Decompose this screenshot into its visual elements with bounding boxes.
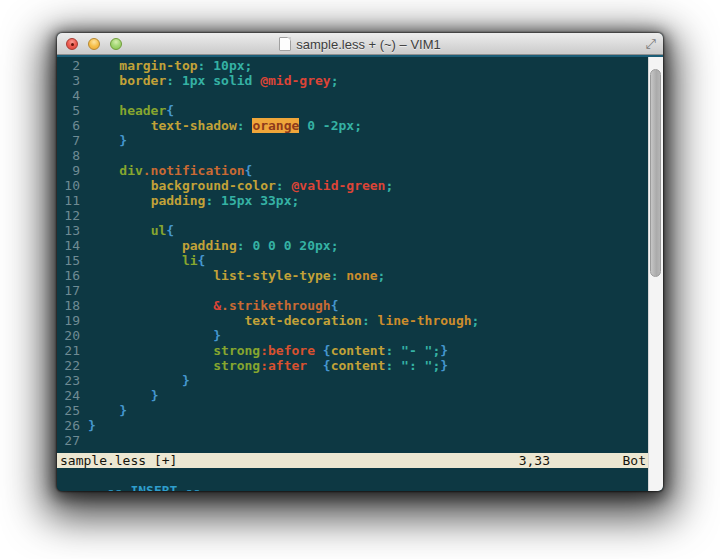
code-line[interactable]: 25 } [57, 403, 648, 418]
code-token [88, 73, 119, 88]
code-token [299, 118, 307, 133]
code-token: } [119, 133, 127, 148]
code-token: : [237, 118, 253, 133]
code-token: } [213, 328, 221, 343]
line-number: 15 [57, 253, 80, 268]
code-token [88, 388, 151, 403]
line-number: 14 [57, 238, 80, 253]
code-line[interactable]: 19 text-decoration: line-through; [57, 313, 648, 328]
code-line[interactable]: 13 ul{ [57, 223, 648, 238]
code-token: @mid-grey [260, 73, 330, 88]
code-line[interactable]: 2 margin-top: 10px; [57, 58, 648, 73]
code-line[interactable]: 20 } [57, 328, 648, 343]
status-bar: sample.less [+] 3,33 Bot [57, 453, 663, 468]
line-number: 25 [57, 403, 80, 418]
code-area[interactable]: 2 margin-top: 10px;3 border: 1px solid @… [57, 58, 648, 450]
code-token: strong [213, 358, 260, 373]
code-line[interactable]: 8 [57, 148, 648, 163]
line-number: 22 [57, 358, 80, 373]
code-token: .strikethrough [221, 298, 331, 313]
code-line[interactable]: 14 padding: 0 0 0 20px; [57, 238, 648, 253]
code-token: ": " [401, 358, 432, 373]
line-number: 24 [57, 388, 80, 403]
status-file-name: sample.less [+] [60, 453, 177, 468]
fullscreen-expand-icon[interactable]: ⤢ [646, 36, 656, 52]
line-number: 5 [57, 103, 80, 118]
editor-content: 2 margin-top: 10px;3 border: 1px solid @… [57, 55, 663, 491]
code-token [88, 118, 151, 133]
code-token: { [166, 103, 174, 118]
code-token: text-shadow [151, 118, 237, 133]
code-line[interactable]: 11 padding: 15px 33px; [57, 193, 648, 208]
code-token: : [362, 313, 378, 328]
code-line[interactable]: 12 [57, 208, 648, 223]
code-token: & [213, 298, 221, 313]
code-line[interactable]: 24 } [57, 388, 648, 403]
line-number: 2 [57, 58, 80, 73]
code-line[interactable]: 21 strong:before {content: "- ";} [57, 343, 648, 358]
code-line[interactable]: 22 strong:after {content: ": ";} [57, 358, 648, 373]
code-token: padding [182, 238, 237, 253]
line-number: 3 [57, 73, 80, 88]
code-token: none [346, 268, 377, 283]
code-token: background-color [151, 178, 276, 193]
code-token [88, 133, 119, 148]
code-token: text-decoration [245, 313, 362, 328]
code-line[interactable]: 4 [57, 88, 648, 103]
scrollbar-thumb[interactable] [650, 69, 661, 277]
line-number: 19 [57, 313, 80, 328]
code-token [88, 358, 213, 373]
code-line[interactable]: 27 [57, 433, 648, 448]
code-line[interactable]: 17 [57, 283, 648, 298]
code-token: { [166, 223, 174, 238]
line-number: 13 [57, 223, 80, 238]
code-line[interactable]: 10 background-color: @valid-green; [57, 178, 648, 193]
code-token: 10px [213, 58, 244, 73]
code-token [88, 253, 182, 268]
insert-mode-indicator: -- INSERT -- [107, 483, 201, 491]
line-number: 23 [57, 373, 80, 388]
code-token: :before [260, 343, 315, 358]
code-token [88, 373, 182, 388]
code-token [88, 163, 119, 178]
code-token: orange [252, 118, 299, 133]
code-token: : [166, 73, 182, 88]
code-line[interactable]: 9 div.notification{ [57, 163, 648, 178]
code-token: header [119, 103, 166, 118]
scrollbar[interactable] [648, 57, 663, 491]
code-token [88, 193, 151, 208]
code-token: ; [385, 178, 393, 193]
code-line[interactable]: 18 &.strikethrough{ [57, 298, 648, 313]
window-title-text: sample.less + (~) – VIM1 [296, 37, 441, 52]
line-number: 11 [57, 193, 80, 208]
line-number: 9 [57, 163, 80, 178]
code-token: } [182, 373, 190, 388]
code-line[interactable]: 6 text-shadow: orange 0 -2px; [57, 118, 648, 133]
code-token [315, 343, 323, 358]
command-line: -- INSERT -- [57, 468, 663, 483]
code-token [88, 298, 213, 313]
code-token: : [385, 358, 401, 373]
line-number: 27 [57, 433, 80, 448]
code-token [88, 238, 182, 253]
code-line[interactable]: 7 } [57, 133, 648, 148]
code-token: ; [245, 58, 253, 73]
line-number: 26 [57, 418, 80, 433]
code-token: div [119, 163, 142, 178]
code-line[interactable]: 5 header{ [57, 103, 648, 118]
line-number: 4 [57, 88, 80, 103]
code-token: : [237, 238, 253, 253]
code-token: : [385, 343, 401, 358]
code-line[interactable]: 16 list-style-type: none; [57, 268, 648, 283]
code-token [88, 268, 213, 283]
document-proxy-icon[interactable] [279, 37, 291, 51]
code-line[interactable]: 26} [57, 418, 648, 433]
line-number: 18 [57, 298, 80, 313]
code-line[interactable]: 3 border: 1px solid @mid-grey; [57, 73, 648, 88]
code-line[interactable]: 15 li{ [57, 253, 648, 268]
code-line[interactable]: 23 } [57, 373, 648, 388]
title-bar[interactable]: sample.less + (~) – VIM1 ⤢ [57, 33, 663, 55]
code-token: content [331, 343, 386, 358]
code-token: content [331, 358, 386, 373]
code-token [88, 223, 151, 238]
